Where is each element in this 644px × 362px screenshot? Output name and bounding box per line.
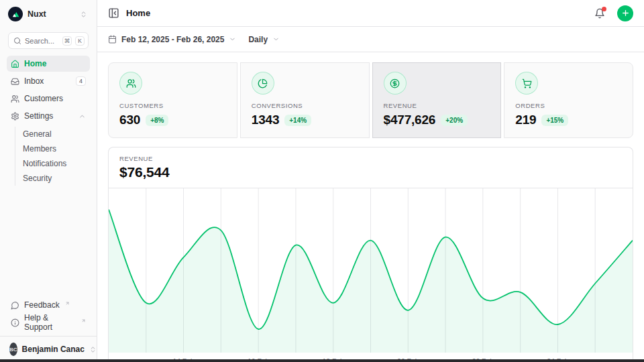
sidebar-item-label: Customers bbox=[24, 94, 86, 103]
app-window: Nuxt ⌘ K Home Inbo bbox=[0, 0, 644, 362]
notifications-button[interactable] bbox=[594, 8, 605, 19]
users-icon bbox=[11, 95, 19, 103]
notification-dot bbox=[602, 7, 606, 11]
chevron-up-icon bbox=[78, 113, 86, 120]
kbd-k: K bbox=[75, 36, 85, 46]
revenue-area-chart[interactable]: 14 Feb16 Feb18 Feb20 Feb22 Feb24 Feb bbox=[109, 188, 633, 362]
sidebar-item-inbox[interactable]: Inbox 4 bbox=[7, 73, 90, 89]
collapse-sidebar-button[interactable] bbox=[108, 7, 119, 19]
gear-icon bbox=[11, 112, 19, 121]
revenue-chart-card: REVENUE $76,544 14 Feb16 Feb18 Feb20 Feb… bbox=[108, 147, 633, 362]
calendar-icon bbox=[108, 35, 117, 44]
stat-delta-badge: +8% bbox=[146, 115, 168, 126]
search-icon bbox=[13, 37, 21, 45]
stat-value: 630 bbox=[119, 113, 140, 127]
circle-dollar-icon bbox=[384, 72, 407, 95]
house-icon bbox=[11, 60, 19, 68]
sidebar-item-security[interactable]: Security bbox=[23, 171, 90, 186]
sidebar-item-customers[interactable]: Customers bbox=[7, 90, 90, 107]
message-circle-icon bbox=[11, 301, 19, 310]
users-icon bbox=[119, 72, 142, 95]
stat-label: CONVERSIONS bbox=[252, 102, 358, 109]
sidebar-item-notifications[interactable]: Notifications bbox=[23, 156, 90, 171]
chevrons-up-down-icon bbox=[89, 346, 97, 353]
kbd-cmd: ⌘ bbox=[62, 36, 72, 46]
search-input[interactable] bbox=[25, 37, 59, 45]
sidebar-item-home[interactable]: Home bbox=[7, 56, 90, 72]
info-circle-icon bbox=[11, 318, 19, 327]
sidebar-item-label: Settings bbox=[24, 111, 74, 121]
main-area: Home Feb 12, 2025 - Feb 26, 2025 Daily bbox=[97, 0, 644, 362]
user-menu[interactable]: BC Benjamin Canac bbox=[7, 341, 90, 358]
sidebar-item-members[interactable]: Members bbox=[23, 141, 90, 156]
granularity-value: Daily bbox=[248, 35, 268, 44]
stat-card-revenue[interactable]: REVENUE $477,626 +20% bbox=[372, 62, 502, 138]
sidebar-spacer bbox=[7, 186, 90, 297]
chart-metric-label: REVENUE bbox=[119, 155, 622, 162]
workspace-name: Nuxt bbox=[28, 9, 75, 19]
sidebar-item-help-support[interactable]: Help & Support bbox=[7, 314, 90, 330]
stat-value: 1343 bbox=[252, 113, 280, 127]
stat-label: CUSTOMERS bbox=[119, 102, 226, 109]
stat-card-conversions[interactable]: CONVERSIONS 1343 +14% bbox=[240, 62, 370, 138]
nuxt-logo-icon bbox=[8, 7, 23, 21]
sidebar-footer-nav: Feedback Help & Support bbox=[7, 297, 90, 330]
add-button[interactable] bbox=[617, 5, 633, 21]
sidebar-item-settings[interactable]: Settings bbox=[7, 108, 90, 124]
settings-subnav: General Members Notifications Security bbox=[15, 127, 90, 186]
stats-row: CUSTOMERS 630 +8% CONVERSIONS 1343 +14% bbox=[108, 62, 633, 138]
stat-delta-badge: +15% bbox=[541, 115, 568, 126]
inbox-count-badge: 4 bbox=[76, 76, 86, 86]
stat-value: 219 bbox=[515, 113, 536, 127]
date-range-picker[interactable]: Feb 12, 2025 - Feb 26, 2025 bbox=[108, 35, 236, 44]
chart-metric-value: $76,544 bbox=[119, 164, 622, 180]
sidebar-divider bbox=[0, 336, 97, 337]
page-content: CUSTOMERS 630 +8% CONVERSIONS 1343 +14% bbox=[97, 52, 644, 362]
sidebar-nav: Home Inbox 4 Customers Settings bbox=[7, 56, 90, 186]
user-name: Benjamin Canac bbox=[22, 345, 85, 354]
external-link-icon bbox=[81, 318, 86, 323]
chevron-down-icon bbox=[272, 36, 280, 43]
stat-card-orders[interactable]: ORDERS 219 +15% bbox=[504, 62, 633, 138]
sidebar-item-label: Help & Support bbox=[24, 313, 76, 332]
workspace-switcher[interactable]: Nuxt bbox=[7, 5, 90, 23]
external-link-icon bbox=[65, 301, 70, 306]
stat-delta-badge: +14% bbox=[284, 115, 311, 126]
chart-pie-icon bbox=[252, 72, 274, 95]
sidebar-item-label: Inbox bbox=[24, 76, 71, 86]
sidebar: Nuxt ⌘ K Home Inbo bbox=[0, 0, 97, 362]
stat-card-customers[interactable]: CUSTOMERS 630 +8% bbox=[108, 62, 237, 138]
date-range-value: Feb 12, 2025 - Feb 26, 2025 bbox=[121, 35, 224, 44]
inbox-icon bbox=[11, 77, 19, 86]
sidebar-item-label: Feedback bbox=[24, 300, 60, 310]
viewport-bottom-edge bbox=[0, 359, 644, 362]
stat-value: $477,626 bbox=[384, 113, 436, 127]
sidebar-item-feedback[interactable]: Feedback bbox=[7, 297, 90, 313]
avatar: BC bbox=[9, 343, 17, 356]
filters-toolbar: Feb 12, 2025 - Feb 26, 2025 Daily bbox=[97, 27, 644, 52]
shopping-cart-icon bbox=[515, 72, 538, 95]
sidebar-item-general[interactable]: General bbox=[23, 127, 90, 141]
stat-label: REVENUE bbox=[384, 102, 490, 109]
stat-label: ORDERS bbox=[515, 102, 622, 109]
page-title: Home bbox=[126, 8, 588, 18]
chevron-down-icon bbox=[229, 36, 236, 43]
page-header: Home bbox=[97, 0, 644, 27]
stat-delta-badge: +20% bbox=[441, 115, 468, 126]
sidebar-item-label: Home bbox=[24, 59, 86, 68]
chart-header: REVENUE $76,544 bbox=[109, 147, 633, 188]
chevrons-up-down-icon bbox=[80, 11, 87, 18]
search-field[interactable]: ⌘ K bbox=[8, 32, 89, 49]
granularity-select[interactable]: Daily bbox=[248, 35, 280, 44]
